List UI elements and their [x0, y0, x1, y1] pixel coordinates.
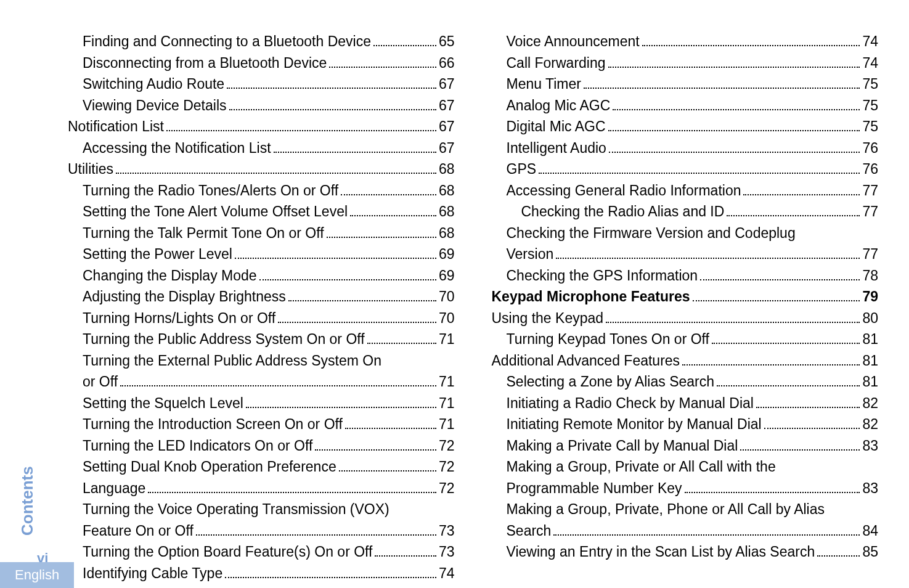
toc-entry-dots: [288, 287, 436, 301]
toc-entry-label: Changing the Display Mode: [83, 265, 257, 287]
toc-entry[interactable]: Turning the LED Indicators On or Off72: [68, 435, 455, 457]
toc-entry[interactable]: Turning the Radio Tones/Alerts On or Off…: [68, 180, 455, 202]
toc-entry-label: Turning the Radio Tones/Alerts On or Off: [83, 180, 338, 202]
toc-entry[interactable]: Finding and Connecting to a Bluetooth De…: [68, 31, 455, 52]
toc-entry-dots: [367, 330, 436, 344]
toc-entry-dots: [700, 266, 860, 280]
toc-entry-page: 76: [862, 137, 878, 159]
toc-entry-dots: [315, 436, 436, 451]
toc-entry-page: 68: [439, 180, 455, 202]
toc-entry[interactable]: Turning the Talk Permit Tone On or Off68: [68, 223, 455, 244]
toc-entry[interactable]: Viewing Device Details67: [68, 95, 455, 116]
toc-entry-page: 81: [862, 329, 878, 350]
toc-entry[interactable]: Digital Mic AGC75: [492, 116, 879, 137]
toc-entry[interactable]: Changing the Display Mode69: [68, 265, 455, 287]
toc-entry-page: 74: [862, 31, 878, 52]
toc-entry-page: 67: [439, 116, 455, 137]
toc-entry[interactable]: or Off71: [68, 371, 455, 393]
toc-entry-label: Selecting a Zone by Alias Search: [507, 371, 715, 393]
toc-entry[interactable]: Notification List67: [68, 116, 455, 137]
toc-entry-dots: [274, 139, 436, 153]
toc-entry[interactable]: Accessing General Radio Information77: [492, 180, 879, 202]
toc-entry[interactable]: Turning the Introduction Screen On or Of…: [68, 414, 455, 435]
toc-entry-dots: [608, 54, 860, 68]
toc-entry[interactable]: Turning the Option Board Feature(s) On o…: [68, 541, 455, 563]
toc-entry-page: 71: [439, 329, 455, 350]
toc-entry-page: 68: [439, 201, 455, 223]
toc-entry[interactable]: Initiating a Radio Check by Manual Dial8…: [492, 393, 879, 414]
toc-entry[interactable]: Viewing an Entry in the Scan List by Ali…: [492, 541, 879, 563]
toc-entry-dots: [606, 309, 860, 323]
toc-entry[interactable]: Additional Advanced Features81: [492, 350, 879, 372]
toc-entry[interactable]: Using the Keypad80: [492, 308, 879, 329]
toc-entry-page: 67: [439, 95, 455, 116]
toc-entry[interactable]: Setting the Power Level69: [68, 243, 455, 265]
toc-entry[interactable]: Menu Timer75: [492, 73, 879, 95]
toc-entry[interactable]: Accessing the Notification List67: [68, 137, 455, 159]
toc-entry-page: 69: [439, 265, 455, 287]
toc-entry[interactable]: Identifying Cable Type74: [68, 563, 455, 584]
toc-entry-dots: [235, 245, 436, 259]
toc-entry[interactable]: Turning Horns/Lights On or Off70: [68, 308, 455, 329]
toc-entry-dots: [375, 542, 436, 557]
toc-entry[interactable]: Search84: [492, 520, 879, 542]
toc-entry-label: GPS: [507, 158, 537, 180]
toc-entry[interactable]: Language72: [68, 478, 455, 499]
toc-entry-dots: [764, 415, 860, 429]
toc-entry-page: 77: [862, 201, 878, 223]
toc-entry-label: Viewing an Entry in the Scan List by Ali…: [507, 541, 815, 563]
toc-entry-dots: [756, 394, 860, 408]
toc-entry[interactable]: Programmable Number Key83: [492, 478, 879, 499]
toc-entry-dots: [227, 75, 436, 89]
toc-entry[interactable]: Intelligent Audio76: [492, 137, 879, 159]
toc-entry-label: Finding and Connecting to a Bluetooth De…: [83, 31, 371, 52]
toc-entry[interactable]: Making a Private Call by Manual Dial83: [492, 435, 879, 457]
toc-entry[interactable]: Analog Mic AGC75: [492, 95, 879, 116]
toc-entry[interactable]: GPS76: [492, 158, 879, 180]
toc-entry[interactable]: Keypad Microphone Features79: [492, 286, 879, 308]
toc-entry-label: Language: [83, 478, 145, 499]
toc-entry-label: Turning the Talk Permit Tone On or Off: [83, 223, 324, 244]
toc-entry[interactable]: Selecting a Zone by Alias Search81: [492, 371, 879, 393]
toc-entry[interactable]: Call Forwarding74: [492, 52, 879, 74]
toc-entry-dots: [539, 160, 860, 174]
toc-entry-page: 74: [862, 52, 878, 74]
toc-entry-page: 65: [439, 31, 455, 52]
toc-entry-label: Call Forwarding: [507, 52, 606, 74]
toc-entry-page: 71: [439, 414, 455, 435]
toc-entry[interactable]: Setting Dual Knob Operation Preference72: [68, 456, 455, 478]
toc-entry-page: 85: [862, 541, 878, 563]
toc-entry[interactable]: Checking the GPS Information78: [492, 265, 879, 287]
toc-entry[interactable]: Setting the Squelch Level71: [68, 393, 455, 414]
toc-entry[interactable]: Turning Keypad Tones On or Off81: [492, 329, 879, 350]
toc-entry[interactable]: Switching Audio Route67: [68, 73, 455, 95]
toc-entry[interactable]: Utilities68: [68, 158, 455, 180]
toc-entry-page: 72: [439, 435, 455, 457]
toc-entry[interactable]: Setting the Tone Alert Volume Offset Lev…: [68, 201, 455, 223]
toc-entry-page: 81: [862, 350, 878, 372]
toc-entry-dots: [556, 245, 860, 259]
toc-entry[interactable]: Checking the Radio Alias and ID77: [492, 201, 879, 223]
toc-entry-dots: [229, 96, 436, 110]
toc-entry[interactable]: Turning the Public Address System On or …: [68, 329, 455, 350]
toc-entry[interactable]: Voice Announcement74: [492, 31, 879, 52]
toc-entry[interactable]: Version77: [492, 243, 879, 265]
toc-entry[interactable]: Feature On or Off73: [68, 520, 455, 542]
toc-entry-dots: [642, 32, 860, 46]
toc-entry[interactable]: Initiating Remote Monitor by Manual Dial…: [492, 414, 879, 435]
toc-entry-dots: [166, 117, 436, 131]
toc-columns: Finding and Connecting to a Bluetooth De…: [68, 31, 878, 545]
toc-left-column: Finding and Connecting to a Bluetooth De…: [68, 31, 455, 584]
toc-entry-page: 73: [439, 520, 455, 542]
toc-entry-page: 68: [439, 158, 455, 180]
toc-entry[interactable]: Adjusting the Display Brightness70: [68, 286, 455, 308]
toc-entry-page: 72: [439, 478, 455, 499]
toc-entry-label: Setting the Power Level: [83, 243, 232, 265]
toc-entry-dots: [350, 202, 436, 216]
toc-entry[interactable]: Disconnecting from a Bluetooth Device66: [68, 52, 455, 74]
toc-entry-label: Accessing General Radio Information: [507, 180, 741, 202]
toc-entry-dots: [148, 479, 436, 493]
toc-entry-dots: [608, 117, 860, 131]
toc-entry-wrap: Making a Group, Private or All Call with…: [492, 456, 879, 478]
toc-entry-page: 75: [862, 73, 878, 95]
